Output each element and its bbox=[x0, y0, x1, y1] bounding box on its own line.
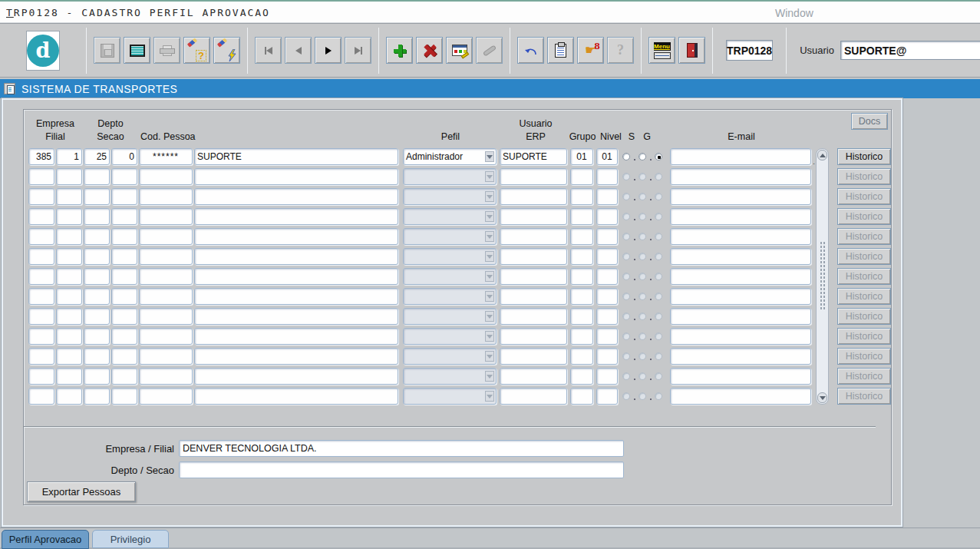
cell-empresa[interactable] bbox=[28, 248, 54, 265]
sg-radio[interactable] bbox=[622, 153, 630, 160]
sg-radio[interactable] bbox=[622, 173, 630, 180]
cell-depto[interactable] bbox=[84, 348, 110, 365]
cell-secao[interactable] bbox=[111, 348, 137, 365]
help-button[interactable]: ? bbox=[607, 37, 634, 64]
sg-radio[interactable] bbox=[638, 313, 646, 320]
cell-depto[interactable] bbox=[84, 328, 110, 345]
cell-filial[interactable] bbox=[56, 188, 82, 205]
cell-secao[interactable] bbox=[111, 308, 137, 325]
cell-email[interactable]: . bbox=[670, 148, 811, 165]
exportar-pessoas-button[interactable]: Exportar Pessoas bbox=[27, 481, 136, 502]
pefil-dropdown[interactable] bbox=[403, 368, 497, 385]
cell-email[interactable] bbox=[670, 188, 811, 205]
cell-secao[interactable] bbox=[111, 328, 137, 345]
usuario-input[interactable] bbox=[840, 41, 980, 60]
cell-cod-pessoa[interactable] bbox=[139, 308, 193, 325]
cell-nome[interactable] bbox=[194, 368, 398, 385]
sg-radio[interactable] bbox=[638, 153, 646, 160]
cell-empresa[interactable] bbox=[28, 228, 54, 245]
cell-secao[interactable] bbox=[111, 268, 137, 285]
scroll-down-icon[interactable] bbox=[817, 392, 827, 403]
cell-empresa[interactable] bbox=[28, 348, 54, 365]
cell-email[interactable] bbox=[670, 288, 811, 305]
cell-usuario-erp[interactable] bbox=[500, 168, 567, 185]
pefil-dropdown[interactable] bbox=[403, 308, 497, 325]
sg-radio[interactable] bbox=[655, 293, 662, 300]
chevron-down-icon[interactable] bbox=[485, 391, 494, 402]
cell-email[interactable] bbox=[670, 348, 811, 365]
historico-button[interactable]: Historico bbox=[837, 208, 891, 225]
cell-cod-pessoa[interactable]: ****** bbox=[139, 148, 193, 165]
cell-usuario-erp[interactable] bbox=[500, 308, 567, 325]
cell-depto[interactable] bbox=[84, 208, 110, 225]
sg-radio[interactable] bbox=[638, 213, 646, 220]
cell-grupo[interactable] bbox=[570, 208, 593, 225]
save-button[interactable] bbox=[94, 37, 120, 64]
sg-radio[interactable] bbox=[622, 313, 630, 320]
cell-usuario-erp[interactable] bbox=[500, 268, 567, 285]
sg-radio[interactable] bbox=[638, 233, 646, 240]
cell-cod-pessoa[interactable] bbox=[139, 288, 193, 305]
sg-radio[interactable] bbox=[655, 372, 662, 380]
tab-privilegio[interactable]: Privilegio bbox=[92, 530, 169, 548]
historico-button[interactable]: Historico bbox=[837, 268, 891, 285]
cell-nivel[interactable] bbox=[596, 348, 618, 365]
cell-empresa[interactable] bbox=[28, 308, 54, 325]
cell-grupo[interactable] bbox=[570, 248, 593, 265]
cell-nivel[interactable] bbox=[596, 248, 618, 265]
historico-button[interactable]: Historico bbox=[837, 168, 891, 185]
insert-record-button[interactable] bbox=[386, 37, 413, 64]
cell-depto[interactable] bbox=[84, 168, 110, 185]
cell-nivel[interactable] bbox=[596, 268, 618, 285]
pefil-dropdown[interactable] bbox=[403, 168, 497, 185]
chevron-down-icon[interactable] bbox=[485, 291, 494, 302]
cell-email[interactable] bbox=[670, 388, 811, 405]
cell-depto[interactable] bbox=[84, 228, 110, 245]
historico-button[interactable]: Historico bbox=[837, 388, 891, 405]
cell-nome[interactable] bbox=[194, 228, 398, 245]
cell-filial[interactable] bbox=[56, 328, 82, 345]
cell-filial[interactable] bbox=[56, 388, 82, 405]
pefil-dropdown[interactable] bbox=[403, 188, 497, 205]
cell-secao[interactable] bbox=[111, 248, 137, 265]
delete-record-button[interactable] bbox=[416, 37, 443, 64]
cut-record-button[interactable]: ☛8 bbox=[577, 37, 604, 64]
cell-secao[interactable] bbox=[111, 188, 137, 205]
sg-radio[interactable] bbox=[638, 193, 646, 200]
sg-radio[interactable] bbox=[655, 213, 662, 220]
cell-email[interactable] bbox=[670, 308, 811, 325]
cell-secao[interactable] bbox=[111, 368, 137, 385]
cell-filial[interactable] bbox=[56, 348, 82, 365]
cell-nivel[interactable] bbox=[596, 388, 618, 405]
sg-radio[interactable] bbox=[655, 313, 662, 320]
cell-nivel[interactable] bbox=[596, 288, 618, 305]
sg-radio[interactable] bbox=[638, 332, 646, 340]
cell-empresa[interactable] bbox=[28, 268, 54, 285]
cell-empresa[interactable] bbox=[28, 208, 54, 225]
sg-radio[interactable] bbox=[655, 173, 662, 180]
cell-nome[interactable] bbox=[194, 388, 398, 405]
cell-nivel[interactable] bbox=[596, 228, 618, 245]
historico-button[interactable]: Historico bbox=[837, 148, 891, 165]
scroll-up-icon[interactable] bbox=[817, 150, 827, 160]
chevron-down-icon[interactable] bbox=[485, 191, 494, 202]
cell-cod-pessoa[interactable] bbox=[139, 168, 193, 185]
sg-radio[interactable] bbox=[655, 273, 662, 280]
cell-secao[interactable] bbox=[111, 288, 137, 305]
cell-depto[interactable] bbox=[84, 308, 110, 325]
cell-depto[interactable] bbox=[84, 368, 110, 385]
cell-filial[interactable]: 1 bbox=[56, 148, 82, 165]
cell-nome[interactable] bbox=[194, 288, 398, 305]
sg-radio[interactable] bbox=[622, 293, 630, 300]
sg-radio[interactable] bbox=[638, 372, 646, 380]
cell-nivel[interactable] bbox=[596, 308, 618, 325]
cell-nome[interactable] bbox=[194, 328, 398, 345]
chevron-down-icon[interactable] bbox=[485, 251, 494, 262]
sg-radio[interactable] bbox=[622, 213, 630, 220]
cell-cod-pessoa[interactable] bbox=[139, 268, 193, 285]
cell-filial[interactable] bbox=[56, 308, 82, 325]
cell-empresa[interactable] bbox=[28, 368, 54, 385]
cell-grupo[interactable] bbox=[570, 188, 593, 205]
cell-usuario-erp[interactable] bbox=[500, 288, 567, 305]
sg-radio[interactable] bbox=[655, 332, 662, 340]
